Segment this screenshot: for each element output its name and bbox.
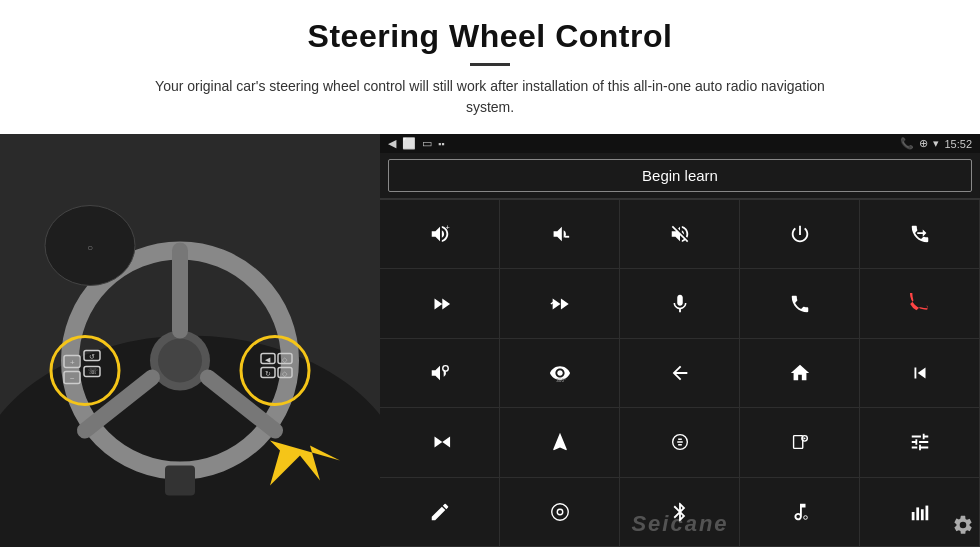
- ctrl-horn-speaker[interactable]: [380, 339, 500, 408]
- location-status-icon: ⊕: [919, 137, 928, 150]
- ctrl-hang-up[interactable]: [860, 269, 980, 338]
- ctrl-power[interactable]: [740, 200, 860, 269]
- ctrl-360-view[interactable]: 360°: [500, 339, 620, 408]
- svg-point-40: [551, 504, 568, 521]
- svg-marker-32: [917, 230, 926, 237]
- svg-point-4: [158, 339, 202, 383]
- begin-learn-button[interactable]: Begin learn: [388, 159, 972, 192]
- svg-rect-46: [925, 505, 928, 520]
- recent-nav-icon[interactable]: ▭: [422, 137, 432, 150]
- svg-text:+: +: [70, 358, 75, 367]
- gear-settings-icon[interactable]: [952, 514, 974, 541]
- status-bar-left: ◀ ⬜ ▭ ▪▪: [388, 137, 444, 150]
- ctrl-home[interactable]: [740, 339, 860, 408]
- header: Steering Wheel Control Your original car…: [0, 0, 980, 126]
- battery-icon: ▪▪: [438, 139, 444, 149]
- svg-rect-43: [911, 512, 914, 520]
- svg-rect-45: [920, 509, 923, 520]
- svg-text:360°: 360°: [556, 378, 566, 383]
- back-nav-icon[interactable]: ◀: [388, 137, 396, 150]
- svg-text:↻: ↻: [265, 370, 271, 377]
- ctrl-back[interactable]: [620, 339, 740, 408]
- svg-point-41: [557, 509, 563, 515]
- svg-point-34: [442, 366, 448, 372]
- svg-text:○: ○: [87, 242, 93, 253]
- ctrl-phone-call[interactable]: [740, 269, 860, 338]
- ctrl-phone-prev[interactable]: [860, 200, 980, 269]
- ctrl-music-settings[interactable]: [740, 478, 860, 547]
- ctrl-settings-circle[interactable]: [500, 478, 620, 547]
- ctrl-vol-up[interactable]: +: [380, 200, 500, 269]
- ctrl-eq[interactable]: [620, 408, 740, 477]
- ctrl-nav-arrow[interactable]: [500, 408, 620, 477]
- wifi-status-icon: ▾: [933, 137, 939, 150]
- android-panel: ◀ ⬜ ▭ ▪▪ 📞 ⊕ ▾ 15:52 Begin learn: [380, 134, 980, 547]
- ctrl-pen[interactable]: [380, 478, 500, 547]
- svg-point-39: [803, 438, 805, 440]
- steering-wheel-image: + ↺ − ☏ ◀ ◇ ↻ ◇: [0, 134, 380, 547]
- svg-text:☏: ☏: [88, 367, 98, 376]
- svg-rect-29: [165, 466, 195, 496]
- ctrl-tune[interactable]: [860, 408, 980, 477]
- ctrl-radio-record[interactable]: [740, 408, 860, 477]
- ctrl-prev-skip[interactable]: [860, 339, 980, 408]
- subtitle: Your original car's steering wheel contr…: [130, 76, 850, 118]
- title-divider: [470, 63, 510, 66]
- ctrl-bluetooth[interactable]: [620, 478, 740, 547]
- svg-text:−: −: [70, 374, 75, 383]
- svg-text:↺: ↺: [89, 353, 95, 360]
- home-nav-icon[interactable]: ⬜: [402, 137, 416, 150]
- controls-grid: +: [380, 199, 980, 547]
- ctrl-next-fast[interactable]: [500, 269, 620, 338]
- svg-point-42: [803, 515, 807, 519]
- status-bar: ◀ ⬜ ▭ ▪▪ 📞 ⊕ ▾ 15:52: [380, 134, 980, 153]
- status-bar-right: 📞 ⊕ ▾ 15:52: [900, 137, 972, 150]
- ctrl-mute[interactable]: [620, 200, 740, 269]
- ctrl-next-track[interactable]: [380, 269, 500, 338]
- ctrl-vol-down[interactable]: [500, 200, 620, 269]
- page-title: Steering Wheel Control: [60, 18, 920, 55]
- page: Steering Wheel Control Your original car…: [0, 0, 980, 547]
- svg-text:+: +: [445, 224, 449, 233]
- svg-rect-44: [916, 507, 919, 520]
- content-row: + ↺ − ☏ ◀ ◇ ↻ ◇: [0, 134, 980, 547]
- ctrl-skip-fwd[interactable]: [380, 408, 500, 477]
- time-display: 15:52: [944, 138, 972, 150]
- begin-learn-row: Begin learn: [380, 153, 980, 199]
- phone-status-icon: 📞: [900, 137, 914, 150]
- ctrl-mic[interactable]: [620, 269, 740, 338]
